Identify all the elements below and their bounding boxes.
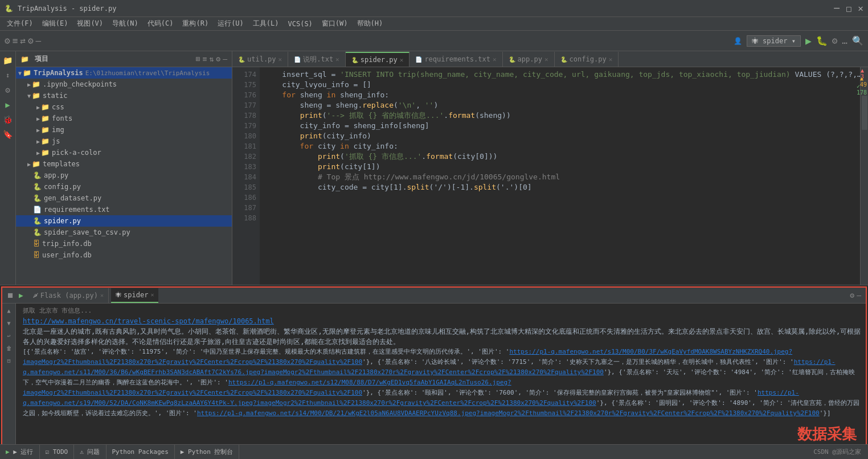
python-packages-status[interactable]: Python Packages [107,445,175,459]
debug-btn[interactable]: 🐛 [816,35,828,46]
sort-icon[interactable]: ⇅ [210,55,214,63]
tree-item-trip-db[interactable]: 🗄 trip_info.db [16,238,232,249]
close-icon[interactable]: ✕ [335,56,339,63]
close-icon[interactable]: ✕ [100,292,104,298]
menu-item-edit[interactable]: 编辑(E) [38,18,73,30]
tree-item-spider-save[interactable]: 🐍 spider_save_to_csv.py [16,227,232,238]
filter-icon[interactable]: ⊟ [7,356,10,366]
tree-item-ipynb[interactable]: ▶ 📁 .ipynb_checkpoints [16,79,232,90]
tree-item-pick-a-color[interactable]: ▶ 📁 pick-a-color [16,147,232,158]
menu-item-nav[interactable]: 导航(N) [108,18,143,30]
tab-config-py[interactable]: 🐍 config.py ✕ [555,52,619,67]
tree-item-js[interactable]: ▶ 📁 js [16,136,232,147]
sync-icon[interactable]: ⊞ [196,55,200,63]
todo-status[interactable]: ☑ TODO [40,445,75,459]
window-controls: ─ □ ✕ [834,3,863,14]
tree-item-requirements-txt[interactable]: 📄 requirements.txt [16,204,232,215]
tree-item-spider-py[interactable]: 🐍 spider.py [16,215,232,227]
editor-tab-bar: 🐍 util.py ✕ 📄 说明.txt ✕ 🐍 spider.py ✕ 📄 r… [232,51,868,67]
more-btn[interactable]: … [842,35,847,46]
menu-item-vcs[interactable]: VCS(S) [284,19,317,29]
toolbar-icon-3[interactable]: ⇄ [20,35,26,46]
window-title: TripAnalysis - spider.py [18,5,116,13]
close-btn[interactable]: ✕ [858,3,863,14]
scroll-up-icon[interactable]: ▲ [7,306,10,316]
panel-close-icon[interactable]: — [857,291,861,300]
settings-icon2[interactable]: ⚙ [216,55,220,63]
problems-status[interactable]: ⚠ 问题 [74,445,106,459]
minimize-btn[interactable]: ─ [834,3,840,14]
commit-icon[interactable]: ↕ [1,68,15,82]
menu-item-refactor[interactable]: 重构(R) [178,18,213,30]
tab-requirements-txt[interactable]: 📄 requirements.txt ✕ [410,52,502,67]
maximize-btn[interactable]: □ [846,4,851,13]
toolbar-icon-4[interactable]: ⚙ [28,35,34,46]
run-icon[interactable]: ▶ [1,98,15,112]
debug-icon[interactable]: 🐞 [1,113,15,126]
titlebar: 🐍 TripAnalysis - spider.py ─ □ ✕ [0,0,868,17]
tree-item-img[interactable]: ▶ 📁 img [16,124,232,136]
structure-icon[interactable]: 📁 [1,54,15,67]
close-icon[interactable]: ✕ [544,56,548,63]
run-config-btn[interactable]: ⚙ [832,35,838,46]
toolbar-icon-1[interactable]: ⚙ [5,35,10,46]
run-config-selector[interactable]: 🕷 spider ▾ [747,35,801,47]
main-layout: 📁 ↕ ⚙ ▶ 🐞 🔖 📁 项目 ⊞ ≡ ⇅ ⚙ — ▼ 📁 TripAnaly… [0,51,868,285]
editor-area: 🐍 util.py ✕ 📄 说明.txt ✕ 🐍 spider.py ✕ 📄 r… [232,51,868,285]
clear-icon[interactable]: 🗑 [6,343,12,354]
folder-icon: 📁 [21,55,29,63]
wrap-icon[interactable]: ↩ [7,331,10,341]
run-btn[interactable]: ▶ [805,35,812,47]
close-icon[interactable]: ✕ [609,56,613,63]
close-icon[interactable]: ✕ [400,56,404,64]
tree-item-app-py[interactable]: 🐍 app.py [16,170,232,181]
tree-item-gen-dataset-py[interactable]: 🐍 gen_dataset.py [16,192,232,204]
console-output: ▲ ▼ ↩ 🗑 ⊟ 抓取 北京市 市信息... http://www.mafen… [2,304,866,446]
bookmark-icon[interactable]: 🔖 [1,128,15,141]
menu-item-run[interactable]: 运行(U) [213,18,248,30]
menu-item-file[interactable]: 文件(F) [2,18,38,30]
tree-item-static[interactable]: ▼ 📁 static [16,90,232,101]
tree-item-fonts[interactable]: ▶ 📁 fonts [16,113,232,124]
code-content[interactable]: insert_sql = 'INSERT INTO trip(sheng_nam… [260,67,860,285]
user-icon[interactable]: 👤 [734,37,742,45]
tree-item-user-db[interactable]: 🗄 user_info.db [16,249,232,261]
python-console-status[interactable]: ▶ Python 控制台 [175,445,240,459]
toolbar-icon-5[interactable]: — [36,35,42,46]
toolbar-icon-2[interactable]: ≡ [13,35,18,46]
tab-spider-py[interactable]: 🐍 spider.py ✕ [346,52,410,67]
flask-icon: 🌶 [32,292,38,298]
search-everywhere-icon[interactable]: 🔍 [852,35,863,46]
tab-label: spider [124,291,148,299]
menu-item-view[interactable]: 视图(V) [72,18,108,30]
menu-item-window[interactable]: 窗口(W) [317,18,353,30]
tree-item-config-py[interactable]: 🐍 config.py [16,181,232,192]
sidebar-close-icon[interactable]: — [223,55,227,63]
collapse-icon[interactable]: ≡ [203,55,207,63]
tab-label: 说明.txt [303,55,333,64]
console-url-link[interactable]: http://www.mafengwo.cn/travel-scenic-spo… [23,317,274,325]
scroll-down-icon[interactable]: ▼ [7,318,10,329]
code-editor[interactable]: 1741751761771781791801811821831841851861… [232,67,868,285]
stop-icon[interactable]: ⏹ [7,291,14,300]
settings-icon3[interactable]: ⚙ [850,291,854,300]
tree-item-templates[interactable]: ▶ 📁 templates [16,158,232,170]
tab-flask[interactable]: 🌶 Flask (app.py) ✕ [28,288,109,303]
tree-item-root[interactable]: ▼ 📁 TripAnalysis E:\01zhuomian\travel\Tr… [16,67,232,79]
tab-app-py[interactable]: 🐍 app.py ✕ [503,52,555,67]
tab-spider[interactable]: 🕷 spider ✕ [111,288,158,303]
tab-util-py[interactable]: 🐍 util.py ✕ [232,52,288,67]
menu-item-help[interactable]: 帮助(H) [353,18,388,30]
settings-icon[interactable]: ⚙ [1,83,15,97]
bottom-panel-tabs: ⏹ ▶ 🌶 Flask (app.py) ✕ 🕷 spider ✕ ⚙ — [2,288,866,304]
tree-item-css[interactable]: ▶ 📁 css [16,101,232,113]
rerun-icon[interactable]: ▶ [19,291,23,300]
close-icon[interactable]: ✕ [279,56,282,63]
close-icon[interactable]: ✕ [493,56,497,63]
py-icon: 🐍 [351,57,358,63]
run-status[interactable]: ▶ ▶ 运行 [0,445,40,459]
menu-item-tools[interactable]: 工具(L) [248,18,284,30]
tab-shuo-ming-txt[interactable]: 📄 说明.txt ✕ [288,52,346,67]
menu-item-code[interactable]: 代码(C) [143,18,178,30]
close-icon[interactable]: ✕ [150,292,154,298]
